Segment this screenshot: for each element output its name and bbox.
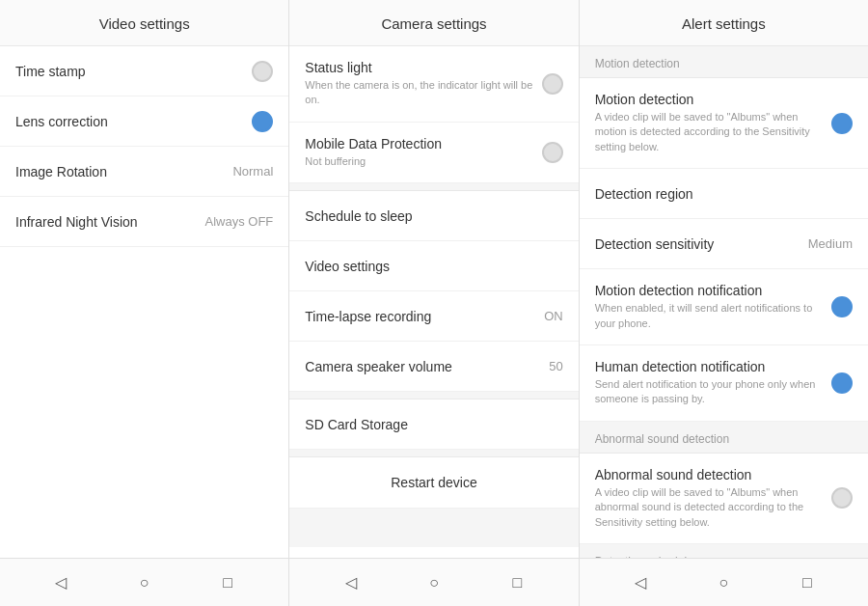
recent-icon-2[interactable]: □: [505, 571, 529, 594]
motion-detection-label: Motion detection: [595, 92, 831, 107]
detection-region-item[interactable]: Detection region: [580, 169, 868, 219]
camera-settings-panel: Camera settings Status light When the ca…: [289, 0, 579, 558]
back-icon-2[interactable]: ◁: [339, 571, 363, 594]
speaker-volume-label: Camera speaker volume: [305, 359, 539, 374]
sd-card-item[interactable]: SD Card Storage: [289, 399, 578, 450]
speaker-volume-item[interactable]: Camera speaker volume 50: [289, 342, 578, 392]
image-rotation-value: Normal: [232, 164, 273, 179]
timelapse-item[interactable]: Time-lapse recording ON: [289, 291, 578, 342]
night-vision-value: Always OFF: [205, 214, 274, 229]
night-vision-item[interactable]: Infrared Night Vision Always OFF: [0, 197, 288, 247]
video-settings-nav-item[interactable]: Video settings: [289, 241, 578, 291]
camera-settings-header: Camera settings: [289, 0, 578, 46]
alert-settings-panel: Alert settings Motion detection Motion d…: [580, 0, 868, 558]
abnormal-sound-section-header: Abnormal sound detection: [580, 422, 868, 454]
alert-settings-content: Motion detection Motion detection A vide…: [580, 46, 868, 558]
lens-correction-item[interactable]: Lens correction: [0, 96, 288, 147]
alert-settings-header: Alert settings: [580, 0, 868, 46]
recent-icon-3[interactable]: □: [796, 571, 819, 594]
abnormal-sound-section-label: Abnormal sound detection: [595, 432, 729, 446]
image-rotation-label: Image Rotation: [15, 164, 223, 179]
video-settings-content: Time stamp Lens correction Image Rotatio…: [0, 46, 288, 558]
speaker-volume-value: 50: [549, 359, 562, 373]
motion-notification-sub: When enabled, it will send alert notific…: [595, 301, 831, 331]
lens-correction-toggle[interactable]: [252, 111, 273, 132]
mobile-data-label: Mobile Data Protection: [305, 136, 541, 152]
status-light-sub: When the camera is on, the indicator lig…: [305, 78, 541, 108]
camera-settings-title: Camera settings: [381, 15, 486, 32]
spacer-3: [289, 450, 578, 457]
motion-notification-label: Motion detection notification: [595, 283, 831, 298]
detection-sensitivity-value: Medium: [808, 236, 853, 251]
nav-section-1: ◁ ○ □: [0, 559, 289, 606]
home-icon-2[interactable]: ○: [422, 571, 446, 594]
human-detection-item[interactable]: Human detection notification Send alert …: [580, 345, 868, 422]
motion-detection-toggle[interactable]: [831, 113, 853, 134]
abnormal-sound-item[interactable]: Abnormal sound detection A video clip wi…: [580, 454, 868, 544]
timestamp-label: Time stamp: [15, 64, 252, 79]
night-vision-label: Infrared Night Vision: [15, 214, 196, 230]
sd-card-label: SD Card Storage: [305, 417, 562, 432]
image-rotation-item[interactable]: Image Rotation Normal: [0, 147, 288, 197]
timestamp-toggle[interactable]: [252, 61, 273, 82]
human-detection-sub: Send alert notification to your phone on…: [595, 377, 831, 407]
restart-label: Restart device: [391, 475, 476, 490]
detection-sensitivity-label: Detection sensitivity: [595, 236, 799, 252]
restart-item[interactable]: Restart device: [289, 457, 578, 509]
video-settings-header: Video settings: [0, 0, 288, 46]
human-detection-toggle[interactable]: [831, 372, 853, 394]
detection-sensitivity-item[interactable]: Detection sensitivity Medium: [580, 219, 868, 269]
status-light-item[interactable]: Status light When the camera is on, the …: [289, 46, 578, 123]
video-settings-title: Video settings: [99, 15, 190, 32]
nav-section-3: ◁ ○ □: [580, 559, 868, 606]
timestamp-item[interactable]: Time stamp: [0, 46, 288, 96]
timelapse-value: ON: [544, 309, 563, 323]
lens-correction-label: Lens correction: [15, 114, 252, 129]
status-light-toggle[interactable]: [542, 73, 563, 95]
timelapse-label: Time-lapse recording: [305, 309, 534, 324]
mobile-data-toggle[interactable]: [542, 142, 563, 163]
back-icon-3[interactable]: ◁: [629, 571, 652, 594]
version-text: Version: 1.4.7: [289, 547, 578, 558]
detection-schedule-section-header: Detection schedule: [580, 544, 868, 558]
spacer-1: [289, 183, 578, 191]
video-settings-nav-label: Video settings: [305, 259, 562, 274]
abnormal-sound-label: Abnormal sound detection: [595, 467, 831, 482]
mobile-data-sub: Not buffering: [305, 154, 541, 169]
home-icon-1[interactable]: ○: [133, 571, 156, 594]
motion-notification-toggle[interactable]: [831, 296, 853, 317]
back-icon-1[interactable]: ◁: [49, 571, 72, 594]
mobile-data-item[interactable]: Mobile Data Protection Not buffering: [289, 123, 578, 183]
motion-detection-section-label: Motion detection: [595, 57, 680, 70]
alert-settings-title: Alert settings: [682, 15, 766, 32]
spacer-2: [289, 392, 578, 399]
abnormal-sound-toggle[interactable]: [831, 487, 853, 509]
motion-detection-sub: A video clip will be saved to "Albums" w…: [595, 110, 831, 154]
schedule-sleep-item[interactable]: Schedule to sleep: [289, 191, 578, 241]
navigation-bar: ◁ ○ □ ◁ ○ □ ◁ ○ □: [0, 558, 868, 606]
motion-detection-item[interactable]: Motion detection A video clip will be sa…: [580, 78, 868, 169]
recent-icon-1[interactable]: □: [216, 571, 239, 594]
status-light-label: Status light: [305, 60, 541, 75]
human-detection-label: Human detection notification: [595, 359, 831, 374]
camera-settings-content: Status light When the camera is on, the …: [289, 46, 578, 558]
motion-detection-section-header: Motion detection: [580, 46, 868, 78]
detection-region-label: Detection region: [595, 186, 853, 202]
video-settings-panel: Video settings Time stamp Lens correctio…: [0, 0, 289, 558]
home-icon-3[interactable]: ○: [712, 571, 735, 594]
schedule-sleep-label: Schedule to sleep: [305, 208, 562, 224]
motion-notification-item[interactable]: Motion detection notification When enabl…: [580, 269, 868, 345]
nav-section-2: ◁ ○ □: [289, 559, 579, 606]
abnormal-sound-sub: A video clip will be saved to "Albums" w…: [595, 485, 831, 530]
